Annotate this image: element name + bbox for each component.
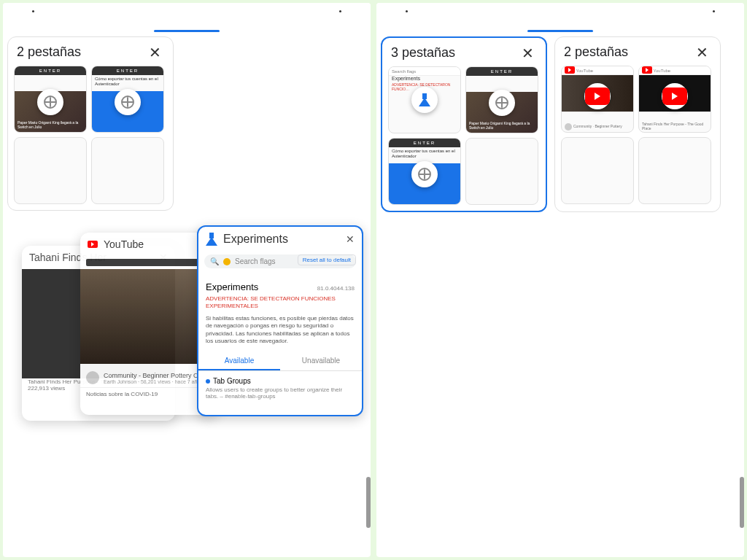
thumb-header: YouTube <box>562 66 633 75</box>
thumb-header: ENTER <box>15 66 86 75</box>
tab-card-experiments[interactable]: Experiments ✕ 🔍 Search flags Reset all t… <box>197 225 363 416</box>
group-header: 2 pestañas ✕ <box>14 43 167 66</box>
youtube-topbar <box>86 259 213 266</box>
thumb-title: Experiments <box>392 76 457 81</box>
group-header: 2 pestañas ✕ <box>561 43 714 66</box>
card-title: Experiments <box>223 233 288 246</box>
close-icon[interactable]: ✕ <box>346 233 355 245</box>
tab-thumb-empty[interactable] <box>14 137 87 204</box>
thumb-header: ENTER <box>92 66 163 75</box>
groups-area: 2 pestañas ✕ ENTER Paper Mario Origami K… <box>3 32 371 429</box>
thumb-header: ENTER <box>389 139 460 147</box>
tab-available[interactable]: Available <box>198 352 280 370</box>
group-header: 3 pestañas ✕ <box>388 44 540 66</box>
close-icon[interactable]: ✕ <box>693 45 711 60</box>
globe-icon <box>418 168 431 181</box>
favicon-circle <box>115 89 141 115</box>
thumb-header: Search flags <box>389 67 460 76</box>
tab-indicator <box>154 30 220 32</box>
globe-icon <box>495 96 508 109</box>
thumb-caption: Paper Mario Origami King llegará a la Sw… <box>18 121 83 129</box>
close-icon[interactable]: ✕ <box>519 46 537 61</box>
thumb-caption: Cómo exportar tus cuentas en el Autentic… <box>95 77 160 87</box>
tab-group-2tabs[interactable]: 2 pestañas ✕ YouTube Community · Beginne… <box>554 36 721 212</box>
tab-thumb-papermario[interactable]: ENTER Paper Mario Origami King llegará a… <box>465 66 538 133</box>
flag-item[interactable]: Tab Groups Allows users to create groups… <box>198 371 362 405</box>
thumb-caption: Paper Mario Origami King llegará a la Sw… <box>469 122 535 130</box>
tab-thumb-authenticator[interactable]: ENTER Cómo exportar tus cuentas en el Au… <box>388 138 461 205</box>
version-label: 81.0.4044.138 <box>317 285 355 292</box>
tab-thumb-papermario[interactable]: ENTER Paper Mario Origami King llegará a… <box>14 66 87 133</box>
tab-group-3tabs[interactable]: 3 pestañas ✕ Search flags Experiments AD… <box>381 36 547 212</box>
thumb-header: YouTube <box>639 66 711 75</box>
favicon-circle <box>662 83 688 109</box>
tab-thumb-youtube-2[interactable]: YouTube Tahani Finds Her Purpose - The G… <box>638 66 711 133</box>
thumb-meta: Community · Beginner Pottery <box>565 123 630 131</box>
card-header: Experiments ✕ <box>198 227 362 252</box>
youtube-icon <box>662 88 687 105</box>
bullet-icon <box>206 379 210 384</box>
flask-icon <box>206 233 217 246</box>
flag-description: Allows users to create groups to better … <box>206 386 355 400</box>
close-icon[interactable]: ✕ <box>146 45 164 60</box>
scrollbar[interactable] <box>366 477 371 528</box>
tab-unavailable[interactable]: Unavailable <box>280 352 362 370</box>
section-title: Experiments <box>206 281 258 292</box>
screenshot-right: 3 pestañas ✕ Search flags Experiments AD… <box>376 3 744 557</box>
thumb-caption: Cómo exportar tus cuentas en el Autentic… <box>392 149 457 159</box>
favicon-circle <box>411 161 438 187</box>
flag-name: Tab Groups <box>213 377 251 385</box>
tab-thumb-authenticator[interactable]: ENTER Cómo exportar tus cuentas en el Au… <box>91 66 164 133</box>
flag-tabs: Available Unavailable <box>198 352 362 371</box>
favicon-circle <box>411 87 438 113</box>
search-icon: 🔍 <box>210 257 219 265</box>
favicon-circle <box>584 83 611 109</box>
tab-thumb-empty[interactable] <box>561 137 634 204</box>
scrollbar[interactable] <box>740 477 744 528</box>
tab-group-2tabs[interactable]: 2 pestañas ✕ ENTER Paper Mario Origami K… <box>7 36 174 211</box>
card-title: YouTube <box>104 238 144 250</box>
thumb-header: ENTER <box>466 67 538 76</box>
thumb-caption: Tahani Finds Her Purpose - The Good Plac… <box>642 122 708 131</box>
flask-icon <box>419 93 430 106</box>
reset-button[interactable]: Reset all to default <box>298 254 356 265</box>
floating-cards: Tahani Finds Her ✕ Tahani Finds Her Purp… <box>7 225 366 429</box>
top-bar <box>376 3 744 32</box>
youtube-icon <box>88 241 98 248</box>
youtube-icon <box>585 88 610 105</box>
tab-thumb-empty[interactable] <box>465 138 538 205</box>
avatar <box>86 371 99 384</box>
tab-thumb-youtube-1[interactable]: YouTube Community · Beginner Pottery <box>561 66 634 133</box>
warning-text: ADVERTENCIA: SE DETECTARON FUNCIONES EXP… <box>198 294 362 312</box>
tab-indicator <box>527 30 593 32</box>
screenshot-left: 2 pestañas ✕ ENTER Paper Mario Origami K… <box>3 3 371 557</box>
groups-area: 3 pestañas ✕ Search flags Experiments AD… <box>376 32 744 212</box>
tab-thumb-empty[interactable] <box>638 137 711 204</box>
top-bar <box>3 3 371 32</box>
tab-thumb-experiments[interactable]: Search flags Experiments ADVERTENCIA: SE… <box>388 66 461 133</box>
group-title: 2 pestañas <box>564 44 628 60</box>
favicon-circle <box>37 89 63 115</box>
group-title: 3 pestañas <box>391 45 455 61</box>
avatar <box>223 258 231 265</box>
globe-icon <box>44 96 57 109</box>
globe-icon <box>121 96 134 109</box>
favicon-circle <box>489 90 515 116</box>
search-placeholder: Search flags <box>235 257 276 265</box>
group-title: 2 pestañas <box>17 44 81 60</box>
tab-thumb-empty[interactable] <box>91 137 164 204</box>
description-text: Si habilitas estas funciones, es posible… <box>198 312 362 349</box>
